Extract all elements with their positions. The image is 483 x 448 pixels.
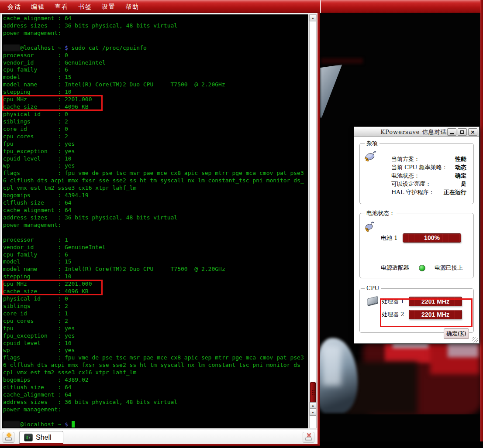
scrollbar-thumb[interactable] — [310, 382, 316, 403]
scroll-up-button[interactable]: ▲ — [310, 15, 316, 21]
terminal-line: cpu cores : 2 — [3, 318, 308, 325]
terminal-line: address sizes : 36 bits physical, 48 bit… — [3, 214, 308, 222]
terminal-line: siblings : 2 — [3, 118, 308, 126]
terminal-line: cpu family : 6 — [3, 251, 308, 259]
cpu-groupbox-title: CPU — [365, 285, 381, 291]
adapter-status: 电源已接上 — [435, 264, 463, 272]
terminal-line: cache_alignment : 64 — [3, 15, 308, 22]
resize-grip[interactable] — [473, 337, 478, 342]
konsole-window: 会话编辑查看书签设置帮助 cache_alignment : 64address… — [0, 0, 320, 446]
misc-row: 电池状态：确定 — [391, 171, 466, 180]
terminal-text: $ — [65, 421, 72, 427]
terminal-text: vendor_id : GenuineIntel — [3, 59, 106, 66]
close-button[interactable]: × — [468, 128, 477, 136]
terminal-line: processor : 0 — [3, 52, 308, 59]
battery-label: 电池 1 — [381, 234, 399, 242]
misc-row-label: 可以设定亮度： — [391, 180, 431, 188]
terminal-lines: cache_alignment : 64address sizes : 36 b… — [3, 15, 308, 428]
terminal-text: cpuid level : 10 — [3, 155, 72, 162]
terminal-line: wp : yes — [3, 162, 308, 170]
terminal-line: model : 15 — [3, 74, 308, 81]
terminal-line: flags : fpu vme de pse tsc msr pae mce c… — [3, 170, 308, 177]
terminal-text: address sizes : 36 bits physical, 48 bit… — [3, 399, 177, 405]
terminal-line: @localhost ~ $ — [3, 421, 308, 428]
misc-row-label: 电池状态： — [391, 171, 420, 180]
terminal-text: siblings : 2 — [3, 303, 68, 309]
terminal-text: wp : yes — [3, 347, 75, 353]
terminal-line — [3, 37, 308, 44]
misc-row: 当前方案：性能 — [391, 155, 466, 163]
terminal-line: cpuid level : 10 — [3, 340, 308, 347]
menu-item[interactable]: 编辑 — [26, 3, 50, 11]
terminal-line: physical id : 0 — [3, 295, 308, 303]
terminal-line: vendor_id : GenuineIntel — [3, 59, 308, 67]
terminal-line: model name : Intel(R) Core(TM)2 Duo CPU … — [3, 266, 308, 273]
menu-item[interactable]: 设置 — [97, 3, 121, 11]
misc-row-value: 正在运行 — [444, 188, 466, 196]
battery-plug-icon — [364, 221, 375, 233]
minimize-button[interactable] — [447, 128, 456, 136]
terminal-line: 6 clflush dts acpi mmx fxsr sse sse2 ss … — [3, 177, 308, 185]
terminal-text: bogomips : 4394.19 — [3, 192, 89, 198]
terminal-text: physical id : 0 — [3, 111, 68, 117]
close-session-button[interactable] — [303, 432, 314, 443]
terminal-text: fpu_exception : yes — [3, 332, 75, 339]
menu-item[interactable]: 查看 — [50, 3, 73, 11]
terminal-line: @localhost ~ $ sudo cat /proc/cpuinfo — [3, 44, 308, 52]
terminal-line: power management: — [3, 222, 308, 229]
terminal-text: model name : Intel(R) Core(TM)2 Duo CPU … — [3, 266, 225, 272]
terminal-text: cpu cores : 2 — [3, 133, 68, 140]
terminal-text: model : 15 — [3, 74, 72, 80]
terminal-scrollbar[interactable]: ▲ ▲ ▼ — [309, 14, 317, 428]
terminal-text: address sizes : 36 bits physical, 48 bit… — [3, 214, 177, 221]
konsole-terminal-icon: $› — [24, 434, 33, 441]
video-window-titlebar[interactable] — [320, 0, 483, 13]
maximize-button[interactable] — [458, 128, 467, 136]
terminal-screen[interactable]: cache_alignment : 64address sizes : 36 b… — [2, 14, 308, 428]
desktop: 会话编辑查看书签设置帮助 cache_alignment : 64address… — [0, 0, 483, 448]
terminal-text: cache_alignment : 64 — [3, 391, 72, 398]
tab-shell-label: Shell — [36, 434, 52, 441]
konsole-window-border-bottom — [0, 444, 320, 446]
tray-icon — [305, 438, 312, 441]
new-session-button[interactable] — [3, 432, 14, 443]
terminal-text: power management: — [3, 406, 61, 413]
terminal-line: fpu : yes — [3, 325, 308, 332]
battery-groupbox-title: 电池状态： — [365, 209, 397, 217]
terminal-line: model name : Intel(R) Core(TM)2 Duo CPU … — [3, 81, 308, 89]
misc-row-label: 当前 CPU 频率策略： — [391, 163, 448, 171]
terminal-text: clflush size : 64 — [3, 384, 72, 390]
scroll-up-button-bottom[interactable]: ▲ — [310, 402, 316, 409]
terminal-text: cpu cores : 2 — [3, 318, 68, 324]
terminal-text: model name : Intel(R) Core(TM)2 Duo CPU … — [3, 81, 225, 88]
terminal-text: power management: — [3, 222, 61, 228]
dialog-titlebar[interactable]: KPowersave 信息对话框 × — [354, 127, 479, 137]
terminal-line: wp : yes — [3, 347, 308, 354]
scroll-down-button[interactable]: ▼ — [310, 409, 316, 416]
terminal-line: cpl vmx est tm2 ssse3 cx16 xtpr lahf_lm — [3, 185, 308, 192]
terminal-text: @localhost — [20, 421, 58, 427]
terminal-text: flags : fpu vme de pse tsc msr pae mce c… — [3, 170, 304, 176]
ok-button[interactable]: 确定(K) — [444, 328, 469, 339]
terminal-line: cache_alignment : 64 — [3, 391, 308, 399]
menu-item[interactable]: 会话 — [3, 3, 26, 11]
terminal-line: power management: — [3, 30, 308, 37]
battery-row: 电池 1 100% — [381, 233, 461, 243]
close-icon: × — [470, 129, 475, 135]
terminal-line: cache_alignment : 64 — [3, 207, 308, 214]
menu-item[interactable]: 书签 — [73, 3, 97, 11]
terminal-line: core id : 1 — [3, 310, 308, 318]
terminal-text: ~ — [58, 421, 65, 427]
misc-groupbox: 杂项 当前方案：性能当前 CPU 频率策略：动态电池状态：确定可以设定亮度：是H… — [359, 143, 474, 204]
menu-item[interactable]: 帮助 — [121, 3, 144, 11]
redacted-username — [3, 44, 20, 51]
terminal-text: cpu family : 6 — [3, 251, 68, 258]
tray-icon — [5, 438, 12, 441]
redacted-username — [3, 421, 20, 427]
terminal-text: cpl vmx est tm2 ssse3 cx16 xtpr lahf_lm — [3, 369, 136, 376]
misc-row-value: 是 — [461, 180, 466, 188]
terminal-line: fpu_exception : yes — [3, 148, 308, 155]
tab-shell[interactable]: $› Shell — [19, 431, 63, 445]
annotation-box — [2, 280, 103, 295]
annotation-box — [2, 95, 103, 111]
